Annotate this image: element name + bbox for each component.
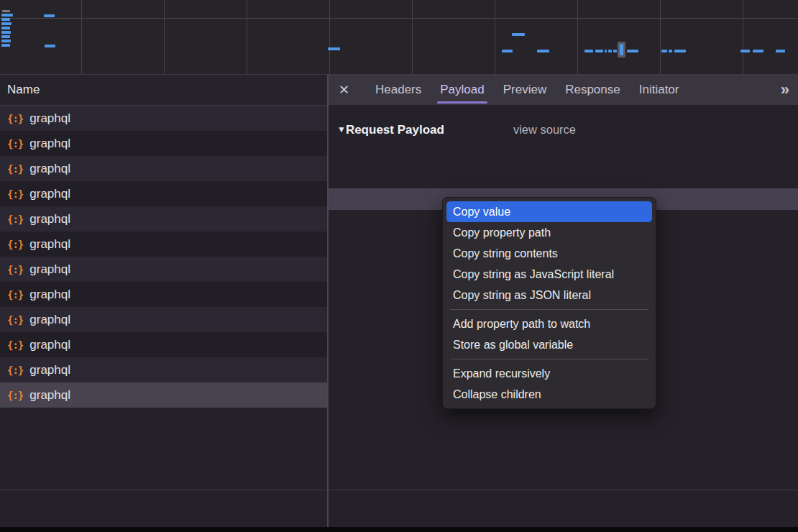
selected-request-bar xyxy=(620,44,623,55)
menu-item-add-property-path-to-watch[interactable]: Add property path to watch xyxy=(443,313,656,334)
timeline-gridline xyxy=(577,0,578,74)
json-braces-icon: {:} xyxy=(7,138,23,150)
timeline-gridline xyxy=(329,0,330,74)
request-row[interactable]: {:}graphql xyxy=(0,131,327,156)
menu-item-store-as-global-variable[interactable]: Store as global variable xyxy=(443,334,656,355)
request-timing-bar xyxy=(2,10,10,12)
collapse-triangle-icon[interactable]: ▼ xyxy=(337,124,346,134)
json-braces-icon: {:} xyxy=(7,239,23,250)
request-name-label: graphql xyxy=(29,111,70,126)
timeline-gridline xyxy=(743,0,743,74)
request-name-label: graphql xyxy=(29,288,70,302)
request-name-label: graphql xyxy=(29,363,70,377)
json-braces-icon: {:} xyxy=(7,113,23,124)
request-name-label: graphql xyxy=(29,137,70,151)
menu-item-copy-value[interactable]: Copy value xyxy=(446,201,652,222)
request-name-label: graphql xyxy=(29,187,70,201)
json-braces-icon: {:} xyxy=(7,214,23,225)
view-source-link[interactable]: view source xyxy=(513,123,576,136)
request-timing-bar xyxy=(584,50,593,52)
more-tabs-icon[interactable]: » xyxy=(781,81,788,99)
tab-payload[interactable]: Payload xyxy=(431,75,493,105)
menu-separator xyxy=(450,309,648,310)
request-timing-bar xyxy=(1,40,11,42)
request-row[interactable]: {:}graphql xyxy=(0,382,327,408)
request-row[interactable]: {:}graphql xyxy=(0,357,327,382)
tab-preview[interactable]: Preview xyxy=(494,75,556,105)
request-timing-bar xyxy=(1,27,10,29)
timeline-gridline xyxy=(412,0,413,74)
request-timing-bar xyxy=(45,45,55,47)
timeline-gridline xyxy=(247,0,247,74)
menu-item-copy-string-contents[interactable]: Copy string contents xyxy=(443,243,656,264)
timeline-gridline xyxy=(81,0,82,74)
request-timing-bar xyxy=(537,50,549,52)
menu-item-copy-property-path[interactable]: Copy property path xyxy=(443,222,656,243)
tab-headers[interactable]: Headers xyxy=(366,75,431,105)
json-braces-icon: {:} xyxy=(7,289,23,301)
menu-item-copy-string-as-javascript-literal[interactable]: Copy string as JavaScript literal xyxy=(443,264,656,285)
request-timing-bar xyxy=(1,44,10,47)
json-braces-icon: {:} xyxy=(7,264,23,275)
request-timing-bar xyxy=(608,50,612,52)
requests-table: Name {:}graphql{:}graphql{:}graphql{:}gr… xyxy=(0,75,327,527)
request-timing-bar xyxy=(753,50,763,52)
request-timing-bar xyxy=(740,50,750,52)
json-braces-icon: {:} xyxy=(7,390,23,401)
timeline-gridline xyxy=(660,0,661,74)
menu-item-collapse-children[interactable]: Collapse children xyxy=(443,384,656,405)
request-name-label: graphql xyxy=(29,262,70,277)
name-column-label: Name xyxy=(7,83,40,96)
request-timing-bar xyxy=(1,31,11,34)
request-timing-bar xyxy=(1,14,13,17)
details-tabbar: ✕ HeadersPayloadPreviewResponseInitiator… xyxy=(329,75,798,105)
request-row[interactable]: {:}graphql xyxy=(0,156,327,181)
request-list: {:}graphql{:}graphql{:}graphql{:}graphql… xyxy=(0,106,327,408)
request-row[interactable]: {:}graphql xyxy=(0,181,327,206)
request-name-label: graphql xyxy=(29,212,70,226)
section-title: Request Payload xyxy=(346,123,444,137)
request-timing-bar xyxy=(1,22,12,25)
context-menu: Copy valueCopy property pathCopy string … xyxy=(442,197,656,409)
request-timing-bar xyxy=(613,50,617,52)
timeline-gridline xyxy=(164,0,165,74)
json-root-row[interactable]: ▼ {operationName: "ipFlowTimeseries", va… xyxy=(329,145,798,167)
network-overview-timeline[interactable] xyxy=(0,0,798,75)
summary-bar-divider xyxy=(0,490,798,490)
request-row[interactable]: {:}graphql xyxy=(0,307,327,332)
menu-item-copy-string-as-json-literal[interactable]: Copy string as JSON literal xyxy=(443,285,656,306)
timeline-gridline xyxy=(0,18,798,19)
request-timing-bar xyxy=(512,33,525,36)
request-name-label: graphql xyxy=(29,162,70,176)
tab-response[interactable]: Response xyxy=(556,75,630,105)
request-name-label: graphql xyxy=(29,388,70,403)
timeline-gridline xyxy=(495,0,495,74)
request-row[interactable]: {:}graphql xyxy=(0,106,327,131)
json-row-operationname[interactable]: operationName: "ipFlowTimeseries" xyxy=(329,167,798,188)
devtools-network-panel: Name {:}graphql{:}graphql{:}graphql{:}gr… xyxy=(0,0,798,532)
request-timing-bar xyxy=(669,50,672,52)
close-icon[interactable]: ✕ xyxy=(339,82,354,98)
menu-item-expand-recursively[interactable]: Expand recursively xyxy=(443,363,656,384)
request-row[interactable]: {:}graphql xyxy=(0,231,327,257)
request-row[interactable]: {:}graphql xyxy=(0,282,327,307)
name-column-header[interactable]: Name xyxy=(0,75,327,106)
request-name-label: graphql xyxy=(29,237,70,252)
request-row[interactable]: {:}graphql xyxy=(0,206,327,231)
json-braces-icon: {:} xyxy=(7,314,23,326)
request-timing-bar xyxy=(44,14,55,17)
tab-initiator[interactable]: Initiator xyxy=(630,75,689,105)
payload-section-header: ▼Request Payloadview source xyxy=(329,119,798,139)
request-timing-bar xyxy=(674,50,686,52)
menu-separator xyxy=(450,359,648,359)
request-timing-bar xyxy=(328,47,340,50)
request-timing-bar xyxy=(595,50,603,52)
request-timing-bar xyxy=(661,50,667,52)
page-background-strip xyxy=(0,527,798,532)
request-row[interactable]: {:}graphql xyxy=(0,257,327,282)
request-name-label: graphql xyxy=(29,338,70,352)
request-timing-bar xyxy=(502,50,513,52)
json-braces-icon: {:} xyxy=(7,188,23,200)
request-row[interactable]: {:}graphql xyxy=(0,332,327,357)
json-braces-icon: {:} xyxy=(7,339,23,351)
